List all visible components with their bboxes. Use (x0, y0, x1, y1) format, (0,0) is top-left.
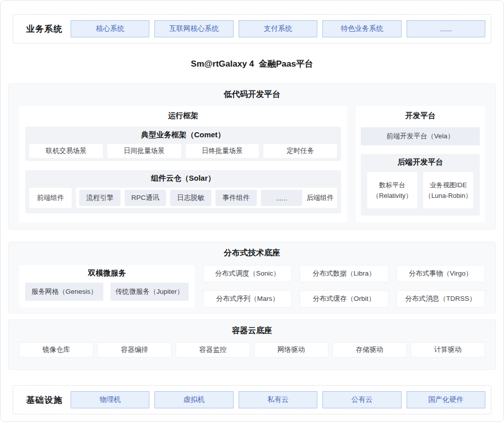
container-cloud-box: 存储驱动 (332, 342, 407, 357)
comet-framework-title: 典型业务框架（Comet） (29, 130, 337, 140)
comet-item: 日终批量场景 (186, 144, 259, 158)
container-cloud-items-row: 镜像仓库 容器编排 容器监控 网络驱动 存储驱动 计算驱动 (19, 342, 485, 357)
solar-chip: ...... (261, 190, 302, 206)
low-code-platform-section: 低代码开发平台 运行框架 典型业务框架（Comet） 联机交易场景 日间批量场景… (8, 83, 496, 230)
dual-mode-item: 传统微服务（Jupiter） (110, 283, 189, 301)
platform-title: Sm@rtGalaxy 4 金融Paas平台 (8, 58, 496, 70)
container-cloud-section: 容器云底座 镜像仓库 容器编排 容器监控 网络驱动 存储驱动 计算驱动 (8, 320, 496, 370)
distributed-service-box: 分布式序列（Mars） (203, 290, 292, 307)
architecture-diagram: 业务系统 核心系统 互联网核心系统 支付系统 特色业务系统 ...... Sm@… (0, 0, 504, 422)
backend-dev-platform-panel: 后端开发平台 数标平台 （Relativity） 业务视图IDE （Luna-R… (361, 154, 480, 216)
container-cloud-box: 网络驱动 (254, 342, 328, 357)
business-systems-label: 业务系统 (18, 23, 71, 35)
solar-front-component: 前端组件 (29, 188, 72, 208)
distributed-service-box: 分布式事物（Virgo） (397, 265, 485, 282)
backend-item-name: 数标平台 (379, 180, 406, 190)
business-system-box: 互联网核心系统 (154, 20, 233, 37)
low-code-platform-title: 低代码开发平台 (19, 89, 485, 100)
backend-dev-platform-title: 后端开发平台 (365, 157, 476, 167)
comet-item: 联机交易场景 (29, 144, 103, 158)
solar-back-component: 后端组件 (306, 193, 334, 202)
frontend-dev-platform-box: 前端开发平台（Vela） (361, 127, 480, 145)
infrastructure-items: 物理机 虚拟机 私有云 公有云 国产化硬件 (71, 391, 485, 408)
infrastructure-box: 物理机 (71, 391, 149, 408)
distributed-service-box: 分布式消息（TDRSS） (397, 290, 485, 307)
container-cloud-box: 计算驱动 (411, 342, 485, 357)
runtime-framework-title: 运行框架 (25, 111, 341, 121)
comet-framework-panel: 典型业务框架（Comet） 联机交易场景 日间批量场景 日终批量场景 定时任务 (25, 127, 341, 161)
distributed-service-box: 分布式缓存（Orbit） (300, 290, 388, 307)
solar-component-strip: 流程引擎 RPC通讯 日志脱敏 事件组件 ...... 后端组件 (76, 188, 337, 208)
dual-mode-microservice-panel: 双模微服务 服务网格（Genesis） 传统微服务（Jupiter） (19, 265, 195, 307)
backend-item-codename: （Luna-Robin） (425, 190, 472, 201)
distributed-base-section: 分布式技术底座 双模微服务 服务网格（Genesis） 传统微服务（Jupite… (8, 242, 496, 313)
distributed-service-box: 分布式调度（Sonic） (203, 265, 292, 282)
business-system-box: 特色业务系统 (322, 20, 401, 37)
infrastructure-box: 国产化硬件 (407, 391, 485, 408)
dev-platform-panel: 开发平台 前端开发平台（Vela） 后端开发平台 数标平台 （Relativit… (356, 106, 485, 222)
dual-mode-title: 双模微服务 (25, 269, 189, 278)
comet-items-row: 联机交易场景 日间批量场景 日终批量场景 定时任务 (29, 144, 337, 158)
solar-chip: 流程引擎 (79, 190, 121, 206)
container-cloud-title: 容器云底座 (19, 326, 485, 336)
solar-chip: 日志脱敏 (170, 190, 211, 206)
runtime-framework-panel: 运行框架 典型业务框架（Comet） 联机交易场景 日间批量场景 日终批量场景 … (19, 106, 347, 222)
business-system-box: 支付系统 (239, 20, 317, 37)
distributed-content: 双模微服务 服务网格（Genesis） 传统微服务（Jupiter） 分布式调度… (19, 265, 485, 307)
container-cloud-box: 容器编排 (97, 342, 172, 357)
container-cloud-box: 容器监控 (176, 342, 250, 357)
distributed-base-title: 分布式技术底座 (19, 248, 485, 258)
solar-component-title: 组件云仓（Solar） (29, 174, 337, 183)
dev-platform-title: 开发平台 (361, 111, 480, 121)
infrastructure-box: 虚拟机 (154, 391, 233, 408)
comet-item: 定时任务 (263, 144, 337, 158)
infrastructure-box: 公有云 (322, 391, 401, 408)
solar-chip: 事件组件 (215, 190, 257, 206)
backend-item: 业务视图IDE （Luna-Robin） (423, 172, 473, 208)
backend-item: 数标平台 （Relativity） (367, 172, 417, 208)
business-system-box: 核心系统 (71, 20, 149, 37)
distributed-service-box: 分布式数据（Libra） (300, 265, 388, 282)
low-code-content: 运行框架 典型业务框架（Comet） 联机交易场景 日间批量场景 日终批量场景 … (19, 106, 485, 222)
infrastructure-box: 私有云 (239, 391, 317, 408)
business-system-box: ...... (407, 20, 485, 37)
backend-item-name: 业务视图IDE (430, 180, 467, 190)
backend-item-codename: （Relativity） (372, 190, 412, 201)
business-systems-band: 业务系统 核心系统 互联网核心系统 支付系统 特色业务系统 ...... (13, 14, 491, 43)
dual-mode-items-row: 服务网格（Genesis） 传统微服务（Jupiter） (25, 283, 189, 301)
solar-component-panel: 组件云仓（Solar） 前端组件 流程引擎 RPC通讯 日志脱敏 事件组件 ..… (25, 170, 341, 214)
container-cloud-box: 镜像仓库 (19, 342, 93, 357)
solar-chip: RPC通讯 (125, 190, 166, 206)
infrastructure-label: 基础设施 (18, 394, 71, 406)
dual-mode-item: 服务网格（Genesis） (25, 283, 103, 301)
infrastructure-band: 基础设施 物理机 虚拟机 私有云 公有云 国产化硬件 (13, 385, 491, 414)
business-systems-items: 核心系统 互联网核心系统 支付系统 特色业务系统 ...... (71, 20, 485, 37)
solar-items-row: 前端组件 流程引擎 RPC通讯 日志脱敏 事件组件 ...... 后端组件 (29, 188, 337, 208)
backend-items-row: 数标平台 （Relativity） 业务视图IDE （Luna-Robin） (365, 172, 476, 208)
comet-item: 日间批量场景 (107, 144, 181, 158)
distributed-services-grid: 分布式调度（Sonic） 分布式数据（Libra） 分布式事物（Virgo） 分… (203, 265, 485, 307)
